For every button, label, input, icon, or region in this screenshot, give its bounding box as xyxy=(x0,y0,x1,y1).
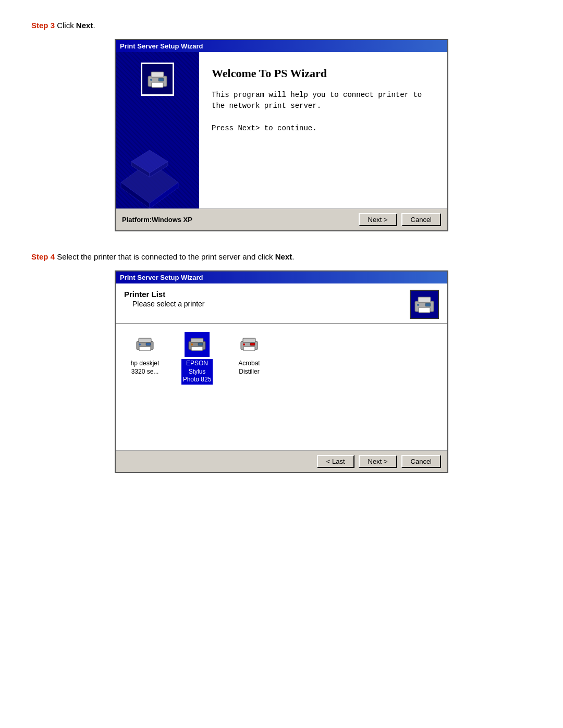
wizard2-footer: < Last Next > Cancel xyxy=(116,450,447,472)
decorative-graphic xyxy=(116,120,183,208)
printer-icon-acrobat xyxy=(237,332,262,357)
printer-label-epson: EPSONStylusPhoto 825 xyxy=(181,359,213,385)
wizard2-body: Printer List Please select a printer xyxy=(116,283,447,450)
step4-instruction: Step 4 Select the printer that is connec… xyxy=(31,252,532,261)
printer-icon-hp xyxy=(132,332,157,357)
svg-rect-13 xyxy=(419,307,430,313)
printer-icon-epson xyxy=(185,332,210,357)
svg-marker-8 xyxy=(131,150,168,173)
svg-point-19 xyxy=(139,343,141,346)
wizard1-window: Print Server Setup Wizard xyxy=(115,39,448,231)
wizard1-press-text: Press Next> to continue. xyxy=(212,124,435,132)
step3-label: Step 3 xyxy=(31,21,55,30)
printer-item-acrobat[interactable]: AcrobatDistiller xyxy=(228,332,270,376)
printer-list-area: hp deskjet3320 se... EPSONStylusPhoto 8 xyxy=(116,324,447,438)
svg-rect-22 xyxy=(191,338,203,342)
wizard2-window: Print Server Setup Wizard Printer List P… xyxy=(115,270,448,473)
wizard1-right-panel: Welcome To PS Wizard This program will h… xyxy=(199,52,447,208)
svg-rect-20 xyxy=(146,343,151,346)
svg-rect-3 xyxy=(158,78,164,81)
wizard1-printer-icon-box xyxy=(141,63,174,96)
svg-rect-17 xyxy=(139,338,151,342)
wizard1-cancel-button[interactable]: Cancel xyxy=(401,213,441,226)
svg-rect-2 xyxy=(152,82,163,88)
svg-point-24 xyxy=(191,343,193,346)
wizard2-list-title: Printer List xyxy=(124,290,205,299)
svg-rect-1 xyxy=(151,72,164,77)
svg-rect-25 xyxy=(198,343,203,346)
wizard2-printer-icon xyxy=(412,292,437,317)
wizard1-body: Welcome To PS Wizard This program will h… xyxy=(116,52,447,208)
svg-point-29 xyxy=(243,343,245,346)
svg-rect-23 xyxy=(191,347,203,351)
wizard2-cancel-button[interactable]: Cancel xyxy=(401,455,441,468)
svg-point-4 xyxy=(150,79,152,81)
wizard1-welcome-title: Welcome To PS Wizard xyxy=(212,67,435,80)
svg-rect-14 xyxy=(425,303,431,306)
wizard2-icon-box xyxy=(410,290,439,319)
wizard2-last-button[interactable]: < Last xyxy=(317,455,354,468)
wizard1-footer: Platform:Windows XP Next > Cancel xyxy=(116,208,447,230)
wizard2-header-text: Printer List Please select a printer xyxy=(124,290,205,308)
svg-point-15 xyxy=(417,304,419,306)
wizard2-next-button[interactable]: Next > xyxy=(359,455,397,468)
wizard1-buttons: Next > Cancel xyxy=(359,213,441,226)
wizard1-left-panel xyxy=(116,52,199,208)
step4-block: Step 4 Select the printer that is connec… xyxy=(31,252,532,473)
wizard2-list-subtitle: Please select a printer xyxy=(124,300,205,308)
printer-item-epson[interactable]: EPSONStylusPhoto 825 xyxy=(176,332,218,385)
step3-instruction: Step 3 Click Next. xyxy=(31,21,532,30)
wizard1-titlebar: Print Server Setup Wizard xyxy=(116,40,447,52)
wizard2-titlebar: Print Server Setup Wizard xyxy=(116,272,447,283)
svg-rect-30 xyxy=(250,343,255,346)
wizard1-next-button[interactable]: Next > xyxy=(359,213,397,226)
svg-rect-12 xyxy=(418,297,431,302)
step4-label: Step 4 xyxy=(31,252,55,261)
printer-label-hp: hp deskjet3320 se... xyxy=(129,359,161,376)
svg-rect-27 xyxy=(243,338,255,342)
printer-icon xyxy=(145,67,170,92)
printer-label-acrobat: AcrobatDistiller xyxy=(237,359,261,376)
wizard1-platform: Platform:Windows XP xyxy=(122,216,192,224)
wizard2-header: Printer List Please select a printer xyxy=(116,283,447,324)
svg-rect-18 xyxy=(139,347,151,351)
svg-rect-28 xyxy=(243,347,255,351)
wizard2-buttons: < Last Next > Cancel xyxy=(317,455,441,468)
printer-item-hp[interactable]: hp deskjet3320 se... xyxy=(124,332,166,376)
step3-block: Step 3 Click Next. Print Server Setup Wi… xyxy=(31,21,532,231)
wizard1-description: This program will help you to connect pr… xyxy=(212,90,435,112)
